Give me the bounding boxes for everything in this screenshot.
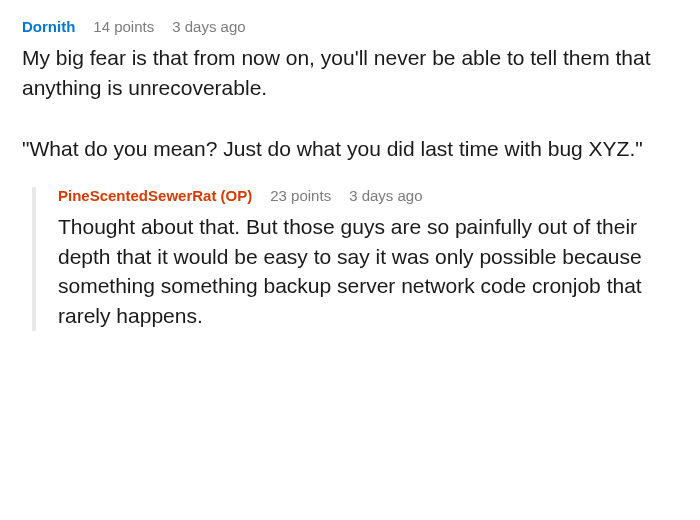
comment-body: My big fear is that from now on, you'll … <box>22 43 678 165</box>
comment-body: Thought about that. But those guys are s… <box>58 212 678 331</box>
points-label: 23 points <box>270 187 331 204</box>
comment-header: Dornith 14 points 3 days ago <box>22 18 678 35</box>
age-label: 3 days ago <box>172 18 245 35</box>
author-link[interactable]: Dornith <box>22 18 75 35</box>
points-label: 14 points <box>93 18 154 35</box>
age-label: 3 days ago <box>349 187 422 204</box>
author-link[interactable]: PineScentedSewerRat <box>58 187 216 204</box>
comment-root: Dornith 14 points 3 days ago My big fear… <box>22 18 678 331</box>
comment-reply: PineScentedSewerRat (OP) 23 points 3 day… <box>32 187 678 331</box>
op-badge: (OP) <box>221 187 253 204</box>
author-wrap: PineScentedSewerRat (OP) <box>58 187 252 204</box>
comment-header: PineScentedSewerRat (OP) 23 points 3 day… <box>58 187 678 204</box>
